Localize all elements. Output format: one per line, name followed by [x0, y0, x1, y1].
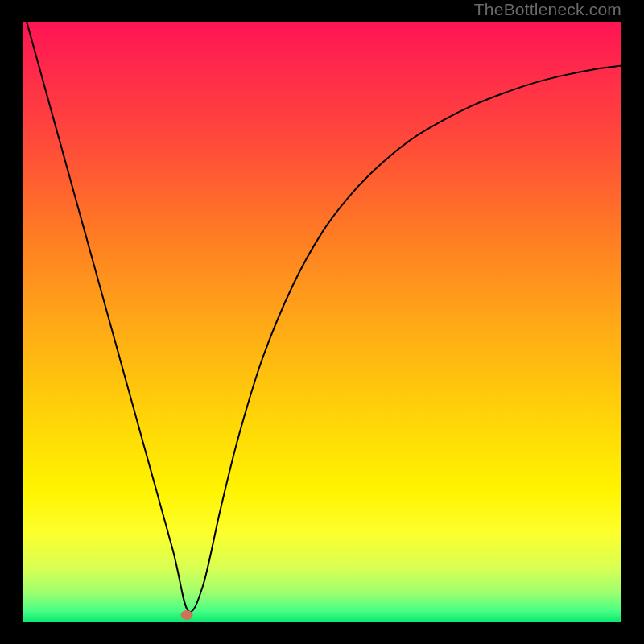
watermark-text: TheBottleneck.com — [474, 0, 621, 19]
plot-area — [23, 22, 621, 622]
chart-frame: TheBottleneck.com — [0, 0, 644, 644]
minimum-marker-icon — [180, 610, 192, 620]
curve-layer — [23, 22, 621, 622]
bottleneck-curve — [23, 22, 621, 612]
